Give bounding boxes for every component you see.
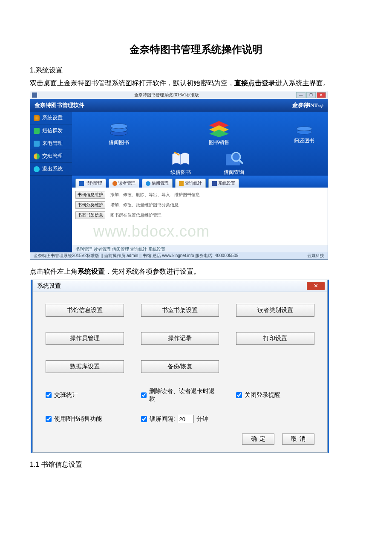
operator-manage-button[interactable]: 操作员管理 (46, 332, 124, 345)
books-return-icon (295, 123, 314, 136)
app-window-screenshot: 金奈特图书管理系统2016v1标准版 — ☐ ✕ 金奈特图书管理软件 金奈特iN… (30, 91, 328, 260)
section-1-heading: 1.系统设置 (30, 65, 362, 76)
opt-refund-checkbox[interactable] (141, 392, 147, 398)
app-name-label: 金奈特图书管理软件 (35, 101, 84, 109)
swap-icon (34, 153, 40, 159)
settings-options: 交班统计 删除读者、读者退卡时退款 关闭登录提醒 使用图书销售功能 锁屏间隔: … (46, 387, 314, 423)
person-icon (112, 181, 117, 186)
shortcut-renew-book[interactable]: 续借图书 (164, 150, 198, 176)
opt-close-login-reminder[interactable]: 关闭登录提醒 (236, 387, 314, 403)
opt-enable-sales[interactable]: 使用图书销售功能 (46, 415, 124, 423)
book-info-maintain-desc: 添加、修改、删除、导出、导入、维护图书信息 (110, 192, 200, 198)
library-info-settings-button[interactable]: 书馆信息设置 (46, 304, 124, 317)
tab-system-settings[interactable]: 系统设置 (208, 179, 239, 188)
shortcut-return-book[interactable]: 归还图书 (287, 123, 321, 145)
shortcut-book-sale[interactable]: 图书销售 (202, 120, 236, 146)
circle-icon (146, 181, 150, 186)
operation-log-button[interactable]: 操作记录 (141, 332, 219, 345)
opt-refund-on-delete[interactable]: 删除读者、读者退卡时退款 (141, 387, 219, 403)
dialog-title: 系统设置 (37, 282, 61, 290)
ok-button[interactable]: 确定 (242, 434, 274, 445)
window-maximize-button[interactable]: ☐ (306, 92, 316, 98)
main-area: 借阅图书 图书销售 归还图书 (72, 112, 328, 252)
shortcut-borrow-book[interactable]: 借阅图书 (102, 120, 136, 146)
intro-paragraph: 双击桌面上金奈特图书管理系统图标打开软件，默认初始密码为空，直接点击登录进入系统… (30, 78, 362, 89)
sidebar: 系统设置 短信群发 来电管理 交班管理 退出系统 (30, 112, 72, 252)
section-1-1-heading: 1.1 书馆信息设置 (30, 460, 362, 469)
lock-interval-input[interactable] (178, 415, 194, 423)
settings-dialog: 系统设置 ✕ 书馆信息设置 书室书架设置 读者类别设置 操作员管理 操作记录 打… (32, 280, 328, 453)
open-book-icon (170, 150, 191, 167)
window-titlebar: 金奈特图书管理系统2016v1标准版 — ☐ ✕ (30, 91, 328, 99)
print-settings-button[interactable]: 打印设置 (236, 332, 314, 345)
brand-logo: 金奈特iNTsoft (292, 101, 323, 109)
room-shelf-info-button[interactable]: 书室书架信息 (75, 211, 105, 219)
chart-icon (179, 181, 184, 186)
status-bar: 金奈特图书管理系统2015V2标准版 || 当前操作员:admin || 书馆:… (30, 252, 328, 259)
window-minimize-button[interactable]: — (296, 92, 306, 98)
settings-dialog-screenshot: 系统设置 ✕ 书馆信息设置 书室书架设置 读者类别设置 操作员管理 操作记录 打… (31, 280, 329, 453)
search-folder-icon (223, 150, 245, 167)
database-settings-button[interactable]: 数据库设置 (46, 360, 124, 373)
svg-point-7 (297, 127, 312, 131)
app-icon (32, 92, 37, 98)
exit-icon (34, 166, 40, 172)
book-category-maintain-button[interactable]: 书刊分类维护 (75, 201, 105, 209)
tab-content-book-manage: 书刊信息维护 添加、修改、删除、导出、导入、维护图书信息 书刊分类维护 增加、修… (72, 188, 328, 246)
dialog-titlebar: 系统设置 ✕ (33, 280, 327, 292)
tab-borrow-manage[interactable]: 借阅管理 (142, 179, 173, 188)
sidebar-item-sms[interactable]: 短信群发 (30, 124, 72, 137)
table-icon (34, 141, 40, 147)
status-left: 金奈特图书管理系统2015V2标准版 || 当前操作员:admin || 书馆:… (34, 253, 239, 259)
opt-enable-sales-checkbox[interactable] (46, 416, 52, 422)
tab-reader-manage[interactable]: 读者管理 (109, 179, 139, 188)
window-title: 金奈特图书管理系统2016v1标准版 (37, 92, 296, 98)
svg-point-2 (110, 124, 127, 129)
main-shortcut-panel: 借阅图书 图书销售 归还图书 (72, 112, 328, 176)
tab-query-stats[interactable]: 查询统计 (175, 179, 206, 188)
opt-shift-stats[interactable]: 交班统计 (46, 387, 124, 403)
page-title: 金奈特图书管理系统操作说明 (30, 43, 362, 56)
window-close-button[interactable]: ✕ (317, 92, 326, 98)
dialog-footer: 确定 取消 (46, 434, 314, 445)
shortcut-borrow-query[interactable]: 借阅查询 (217, 150, 251, 176)
app-header: 金奈特图书管理软件 金奈特iNTsoft (30, 99, 328, 112)
gear-icon (34, 115, 40, 121)
opt-shift-stats-checkbox[interactable] (46, 392, 52, 398)
book-info-maintain-button[interactable]: 书刊信息维护 (75, 191, 105, 199)
tab-book-manage[interactable]: 书刊管理 (75, 179, 106, 188)
opt-lock-interval: 锁屏间隔: 分钟 (141, 415, 219, 423)
stack-icon (208, 120, 230, 137)
opt-lock-interval-checkbox[interactable] (141, 416, 147, 422)
message-icon (34, 128, 40, 134)
backup-restore-button[interactable]: 备份/恢复 (141, 360, 219, 373)
settings-button-grid: 书馆信息设置 书室书架设置 读者类别设置 操作员管理 操作记录 打印设置 数据库… (46, 304, 314, 373)
opt-close-reminder-checkbox[interactable] (236, 392, 242, 398)
breadcrumb-bar: 书刊管理 读者管理 借阅管理 查询统计 系统设置 (72, 246, 328, 252)
tab-bar: 书刊管理 读者管理 借阅管理 查询统计 系统设置 (72, 176, 328, 188)
wrench-icon (212, 181, 217, 186)
books-icon (108, 120, 130, 137)
watermark: www.bdocx.com (93, 223, 210, 240)
sidebar-item-system-settings[interactable]: 系统设置 (30, 112, 72, 124)
dialog-close-button[interactable]: ✕ (307, 282, 325, 290)
cancel-button[interactable]: 取消 (282, 434, 314, 445)
empty-cell (236, 360, 314, 373)
sidebar-item-call[interactable]: 来电管理 (30, 137, 72, 150)
room-shelf-settings-button[interactable]: 书室书架设置 (141, 304, 219, 317)
paragraph-after-screenshot: 点击软件左上角系统设置，先对系统各项参数进行设置。 (30, 267, 362, 276)
sidebar-item-shift[interactable]: 交班管理 (30, 150, 72, 163)
sidebar-item-exit[interactable]: 退出系统 (30, 163, 72, 176)
room-shelf-info-desc: 图书所在位置信息维护管理 (110, 212, 161, 218)
book-category-maintain-desc: 增加、修改、批量维护图书分类信息 (110, 202, 179, 208)
status-right: 云媒科技 (307, 253, 324, 259)
book-icon (79, 181, 84, 186)
reader-category-settings-button[interactable]: 读者类别设置 (236, 304, 314, 317)
